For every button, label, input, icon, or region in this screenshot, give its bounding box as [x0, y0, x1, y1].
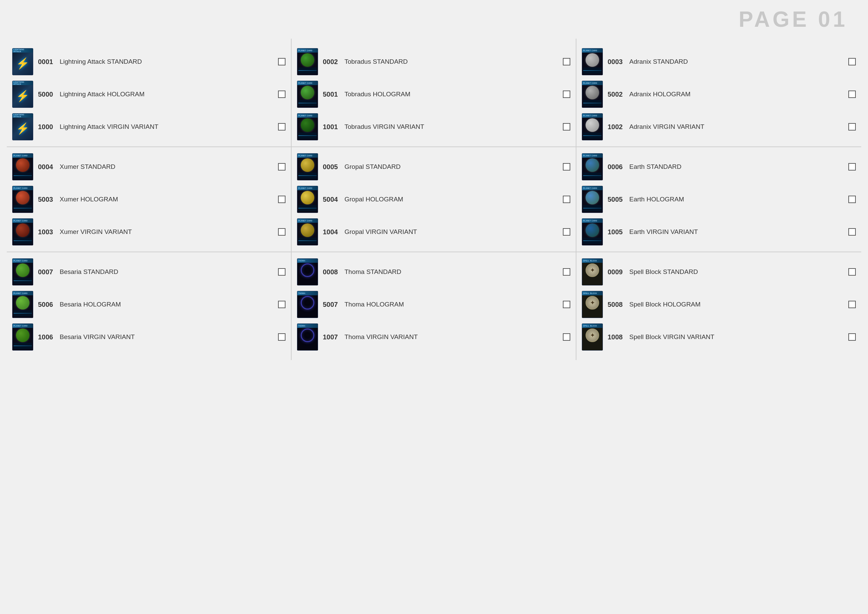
- card-name: Spell Block VIRGIN VARIANT: [629, 333, 843, 341]
- card-name: Lightning Attack VIRGIN VARIANT: [60, 123, 273, 130]
- card-checkbox[interactable]: [278, 228, 285, 236]
- card-checkbox[interactable]: [848, 90, 856, 98]
- group-2-0: PLANET CARD 0003Adranix STANDARD PLANET …: [577, 42, 861, 147]
- card-checkbox[interactable]: [563, 58, 570, 65]
- card-name: Spell Block STANDARD: [629, 268, 843, 276]
- card-name: Earth HOLOGRAM: [629, 195, 843, 203]
- card-name: Xumer VIRGIN VARIANT: [60, 228, 273, 236]
- card-image: THOMA: [297, 291, 318, 318]
- table-row: PLANET CARD 1002Adranix VIRGIN VARIANT: [577, 110, 861, 143]
- card-name: Thoma HOLOGRAM: [344, 301, 558, 308]
- card-image: SPELL BLOCK ✦: [582, 323, 603, 350]
- card-grid: LIGHTNING ATTACK ⚡ 0001Lightning Attack …: [7, 39, 861, 360]
- card-image: SPELL BLOCK ✦: [582, 291, 603, 318]
- card-number: 5000: [38, 90, 55, 98]
- card-image: PLANET CARD: [297, 186, 318, 213]
- card-image: LIGHTNING ATTACK ⚡: [12, 113, 33, 140]
- card-name: Xumer STANDARD: [60, 163, 273, 171]
- card-checkbox[interactable]: [278, 58, 285, 65]
- card-checkbox[interactable]: [848, 163, 856, 171]
- table-row: PLANET CARD 0002Tobradus STANDARD: [291, 45, 576, 78]
- table-row: PLANET CARD 5005Earth HOLOGRAM: [577, 183, 861, 216]
- table-row: PLANET CARD 5003Xumer HOLOGRAM: [7, 183, 291, 216]
- card-checkbox[interactable]: [278, 301, 285, 308]
- card-name: Besaria HOLOGRAM: [60, 301, 273, 308]
- card-checkbox[interactable]: [563, 123, 570, 130]
- card-name: Tobradus VIRGIN VARIANT: [344, 123, 558, 130]
- card-checkbox[interactable]: [563, 90, 570, 98]
- card-name: Besaria STANDARD: [60, 268, 273, 276]
- table-row: THOMA 5007Thoma HOLOGRAM: [291, 288, 576, 321]
- card-name: Tobradus HOLOGRAM: [344, 90, 558, 98]
- card-name: Spell Block HOLOGRAM: [629, 301, 843, 308]
- card-checkbox[interactable]: [563, 228, 570, 236]
- table-row: SPELL BLOCK ✦ 5008Spell Block HOLOGRAM: [577, 288, 861, 321]
- card-name: Thoma STANDARD: [344, 268, 558, 276]
- group-2-2: SPELL BLOCK ✦ 0009Spell Block STANDARD S…: [577, 252, 861, 357]
- table-row: PLANET CARD 0003Adranix STANDARD: [577, 45, 861, 78]
- card-checkbox[interactable]: [278, 195, 285, 203]
- table-row: PLANET CARD 0007Besaria STANDARD: [7, 256, 291, 288]
- card-checkbox[interactable]: [563, 268, 570, 276]
- table-row: THOMA 1007Thoma VIRGIN VARIANT: [291, 321, 576, 353]
- card-number: 5004: [323, 195, 340, 203]
- card-image: THOMA: [297, 323, 318, 350]
- card-number: 5002: [608, 90, 625, 98]
- card-checkbox[interactable]: [278, 90, 285, 98]
- card-checkbox[interactable]: [278, 123, 285, 130]
- card-number: 0001: [38, 58, 55, 66]
- card-checkbox[interactable]: [848, 58, 856, 65]
- card-image: LIGHTNING ATTACK ⚡: [12, 81, 33, 108]
- card-number: 1002: [608, 123, 625, 131]
- card-number: 1000: [38, 123, 55, 131]
- card-image: PLANET CARD: [297, 113, 318, 140]
- card-checkbox[interactable]: [563, 301, 570, 308]
- card-checkbox[interactable]: [278, 163, 285, 171]
- card-image: SPELL BLOCK ✦: [582, 258, 603, 285]
- card-number: 0002: [323, 58, 340, 66]
- table-row: PLANET CARD 1004Gropal VIRGIN VARIANT: [291, 216, 576, 248]
- card-number: 5007: [323, 301, 340, 309]
- card-image: PLANET CARD: [12, 153, 33, 180]
- page-header: PAGE 01: [7, 7, 861, 32]
- card-name: Gropal HOLOGRAM: [344, 195, 558, 203]
- card-checkbox[interactable]: [848, 123, 856, 130]
- card-image: PLANET CARD: [582, 153, 603, 180]
- table-row: PLANET CARD 5001Tobradus HOLOGRAM: [291, 78, 576, 110]
- card-name: Adranix STANDARD: [629, 58, 843, 65]
- card-number: 1004: [323, 228, 340, 236]
- table-row: THOMA 0008Thoma STANDARD: [291, 256, 576, 288]
- card-checkbox[interactable]: [563, 333, 570, 341]
- page-title: PAGE 01: [738, 7, 848, 31]
- card-checkbox[interactable]: [848, 228, 856, 236]
- card-checkbox[interactable]: [563, 195, 570, 203]
- card-number: 0006: [608, 163, 625, 171]
- table-row: PLANET CARD 0004Xumer STANDARD: [7, 150, 291, 183]
- card-name: Earth VIRGIN VARIANT: [629, 228, 843, 236]
- card-image: PLANET CARD: [582, 113, 603, 140]
- card-checkbox[interactable]: [278, 333, 285, 341]
- column-0: LIGHTNING ATTACK ⚡ 0001Lightning Attack …: [7, 39, 291, 360]
- card-image: PLANET CARD: [297, 219, 318, 245]
- card-image: PLANET CARD: [582, 219, 603, 245]
- card-checkbox[interactable]: [848, 195, 856, 203]
- card-number: 1005: [608, 228, 625, 236]
- group-1-1: PLANET CARD 0005Gropal STANDARD PLANET C…: [291, 147, 576, 252]
- card-image: PLANET CARD: [12, 219, 33, 245]
- card-name: Gropal VIRGIN VARIANT: [344, 228, 558, 236]
- group-0-0: LIGHTNING ATTACK ⚡ 0001Lightning Attack …: [7, 42, 291, 147]
- table-row: PLANET CARD 0006Earth STANDARD: [577, 150, 861, 183]
- card-image: PLANET CARD: [582, 48, 603, 75]
- group-1-2: THOMA 0008Thoma STANDARD THOMA 5007Thoma…: [291, 252, 576, 357]
- card-number: 1001: [323, 123, 340, 131]
- card-checkbox[interactable]: [278, 268, 285, 276]
- card-checkbox[interactable]: [848, 268, 856, 276]
- card-checkbox[interactable]: [848, 333, 856, 341]
- card-checkbox[interactable]: [848, 301, 856, 308]
- card-checkbox[interactable]: [563, 163, 570, 171]
- table-row: LIGHTNING ATTACK ⚡ 1000Lightning Attack …: [7, 110, 291, 143]
- column-2: PLANET CARD 0003Adranix STANDARD PLANET …: [577, 39, 861, 360]
- card-number: 0009: [608, 268, 625, 276]
- card-name: Adranix HOLOGRAM: [629, 90, 843, 98]
- card-image: PLANET CARD: [297, 153, 318, 180]
